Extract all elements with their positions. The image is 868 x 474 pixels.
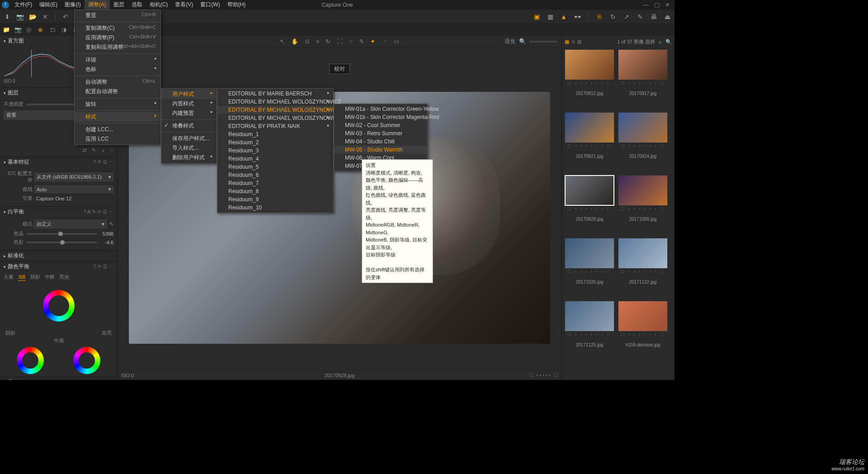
menu-item[interactable]: 导入样式... bbox=[161, 143, 217, 153]
thumbnail[interactable]: ☐ • • • • • • ☐20170928.jpg bbox=[565, 175, 614, 222]
menu-item[interactable]: 应用调整(P)Ctrl+Shift+V bbox=[75, 33, 160, 43]
menu-item[interactable]: 应用 LCC bbox=[75, 134, 160, 144]
menu-item[interactable]: EDITORIAL BY MARIE BAERSCH▸ bbox=[217, 90, 333, 98]
menu-item[interactable]: MW-01a - Skin Corrector Green-Yellow bbox=[334, 105, 427, 113]
thumbnail[interactable]: ☐ • • • • • • ☐20170921.jpg bbox=[565, 112, 614, 159]
thumbnail-grid[interactable]: ☐ • • • • • • ☐20170812.jpg☐ • • • • • •… bbox=[562, 47, 675, 380]
crop-icon[interactable]: ⌗ bbox=[316, 38, 319, 45]
menu-item[interactable]: 图层 bbox=[110, 0, 128, 9]
color-wheel-master[interactable] bbox=[43, 290, 75, 322]
copy-adjust-icon[interactable]: ⎘ bbox=[595, 12, 604, 21]
undo-icon[interactable]: ↶ bbox=[61, 12, 70, 21]
temp-slider[interactable] bbox=[26, 233, 97, 235]
menu-item[interactable]: 详级▸ bbox=[75, 55, 160, 65]
menu-item[interactable]: MW-04 - Studio Chill bbox=[334, 137, 427, 146]
color-tab[interactable]: 主要 bbox=[4, 274, 14, 281]
menu-item[interactable]: 复制和应用调整Ctrl+Alt+Shift+C bbox=[75, 43, 160, 52]
import-icon[interactable]: ⬇ bbox=[3, 12, 12, 21]
layer-add-icon[interactable]: ＋ bbox=[100, 147, 106, 155]
hand-icon[interactable]: ✋ bbox=[291, 38, 298, 45]
focus-mask-icon[interactable]: 👓 bbox=[573, 12, 582, 21]
menu-item[interactable]: EDITORIAL BY PRATIK NAIK▸ bbox=[217, 122, 333, 130]
thumbnail[interactable]: ☐ • • • • • • ☐20171122.jpg bbox=[618, 238, 668, 284]
menu-item[interactable]: EDITORIAL BY MICHAEL WOLOSZYNOWICZ▸ bbox=[217, 98, 333, 106]
panel-tools[interactable]: ? ⟳ ☰ ⋯ bbox=[93, 159, 113, 165]
menu-item[interactable]: 内建预置▸ bbox=[161, 109, 217, 118]
menu-item[interactable]: 选取 bbox=[128, 0, 146, 9]
tab-exposure-icon[interactable]: 🗀 bbox=[50, 26, 57, 33]
tab-details-icon[interactable]: ◑ bbox=[61, 26, 69, 33]
keystone-icon[interactable]: ⛶ bbox=[337, 38, 343, 45]
menu-item[interactable]: 帮助(H) bbox=[224, 0, 250, 9]
thumbnail[interactable]: ☐ • • • • • • ☐20171125.jpg bbox=[565, 301, 614, 347]
proof-badge[interactable]: 校对 bbox=[329, 64, 350, 74]
color-tab[interactable]: 阴影 bbox=[30, 274, 40, 281]
wb-mode-select[interactable]: 自定义▾ bbox=[34, 220, 107, 228]
color-tab[interactable]: 3路 bbox=[18, 274, 26, 281]
menu-item[interactable]: MW-05 - Studio Warmth bbox=[334, 146, 427, 154]
menu-item[interactable]: Residuum_10 bbox=[217, 204, 333, 212]
brush-icon[interactable]: ✎ bbox=[359, 38, 364, 45]
menu-item[interactable]: 内置样式▸ bbox=[161, 99, 217, 109]
menu-item[interactable]: Residuum_9 bbox=[217, 195, 333, 204]
menu-item[interactable]: 删除用户样式▸ bbox=[161, 153, 217, 162]
mask-icon[interactable]: ✦ bbox=[370, 38, 375, 45]
layer-remove-icon[interactable]: − bbox=[110, 147, 113, 155]
grid-icon[interactable]: ▦ bbox=[546, 12, 555, 21]
menu-item[interactable]: 窗口(W) bbox=[197, 0, 223, 9]
tab-capture-icon[interactable]: 📷 bbox=[14, 26, 22, 33]
menu-item[interactable]: 配置自动调整 bbox=[75, 87, 160, 96]
tint-slider[interactable] bbox=[26, 242, 97, 243]
menu-item[interactable]: MW-01b - Skin Corrector Magenta-Red bbox=[334, 113, 427, 121]
menu-item[interactable]: 调整(A) bbox=[85, 0, 110, 9]
folder-open-icon[interactable]: 📂 bbox=[28, 12, 37, 21]
rotate-icon[interactable]: ↻ bbox=[326, 38, 330, 45]
thumbnail[interactable]: ☐ • • • • • • ☐20170917.jpg bbox=[618, 49, 668, 96]
tab-lens-icon[interactable]: ◎ bbox=[26, 26, 33, 33]
menu-item[interactable]: 相机(C) bbox=[146, 0, 172, 9]
menu-item[interactable]: 堆叠样式✓ bbox=[161, 121, 217, 131]
erase-icon[interactable]: ⟋ bbox=[382, 38, 387, 45]
curve-select[interactable]: Auto▾ bbox=[34, 185, 113, 193]
menu-item[interactable]: MW-03 - Retro Summer bbox=[334, 129, 427, 137]
view-grid-icon[interactable]: ▦ bbox=[565, 39, 569, 45]
view-filmstrip-icon[interactable]: ⊟ bbox=[577, 39, 581, 45]
gradient-icon[interactable]: ▭ bbox=[394, 38, 399, 45]
menu-item[interactable]: 文件(F) bbox=[11, 0, 36, 9]
loupe-icon[interactable]: ⊙ bbox=[305, 38, 310, 45]
edit-external-icon[interactable]: ✎ bbox=[636, 12, 645, 21]
close-icon[interactable]: ✕ bbox=[665, 1, 670, 8]
color-wheel-shadow[interactable] bbox=[17, 347, 44, 374]
layer-swap-icon[interactable]: ⇄ bbox=[82, 147, 87, 155]
thumbnail[interactable]: ☐ • • • • • • ☐20170812.jpg bbox=[565, 49, 614, 96]
menu-item[interactable]: Residuum_1 bbox=[217, 130, 333, 138]
camera-icon[interactable]: 📷 bbox=[15, 12, 24, 21]
send-icon[interactable]: ↗ bbox=[622, 12, 631, 21]
print-icon[interactable]: 🖶 bbox=[649, 12, 658, 21]
reset-icon[interactable]: ↻ bbox=[609, 12, 618, 21]
maximize-icon[interactable]: ▢ bbox=[654, 1, 660, 8]
menu-item[interactable]: 旋转▸ bbox=[75, 100, 160, 109]
menu-item[interactable]: MW-02 - Cool Summer bbox=[334, 121, 427, 129]
menu-item[interactable]: 保存用户样式... bbox=[161, 134, 217, 143]
panel-tools[interactable]: ? A ✎ ⟳ ☰ ⋯ bbox=[83, 209, 113, 215]
panel-tools[interactable]: ? ⟳ ☰ ⋯ bbox=[93, 379, 113, 380]
color-tab[interactable]: 中辉 bbox=[45, 274, 55, 281]
minimize-icon[interactable]: — bbox=[643, 1, 649, 8]
panel-tools[interactable]: ? ⟳ ☰ ⋯ bbox=[93, 264, 113, 270]
delete-icon[interactable]: ✕ bbox=[41, 12, 50, 21]
menu-item[interactable]: EDITORIAL BY MICHAEL WOLOSZYNOWICZ_2▸ bbox=[217, 114, 333, 122]
color-tab[interactable]: 亮光 bbox=[59, 274, 69, 281]
warning-icon[interactable]: ▲ bbox=[559, 12, 568, 21]
thumbnail[interactable]: ☐ • • • • • • ☐20170924.jpg bbox=[618, 112, 668, 159]
menu-item[interactable]: 编辑(E) bbox=[36, 0, 61, 9]
menu-item[interactable]: 重置Ctrl+R bbox=[75, 11, 160, 20]
menu-item[interactable]: 图像(I) bbox=[61, 0, 84, 9]
export-icon[interactable]: ⏏ bbox=[663, 12, 672, 21]
menu-item[interactable]: Residuum_8 bbox=[217, 187, 333, 195]
spot-icon[interactable]: ○ bbox=[349, 38, 353, 45]
menu-item[interactable]: Residuum_6 bbox=[217, 171, 333, 179]
menu-item[interactable]: Residuum_5 bbox=[217, 163, 333, 171]
menu-item[interactable]: Residuum_4 bbox=[217, 155, 333, 163]
menu-item[interactable]: 样式▸ bbox=[75, 112, 160, 122]
